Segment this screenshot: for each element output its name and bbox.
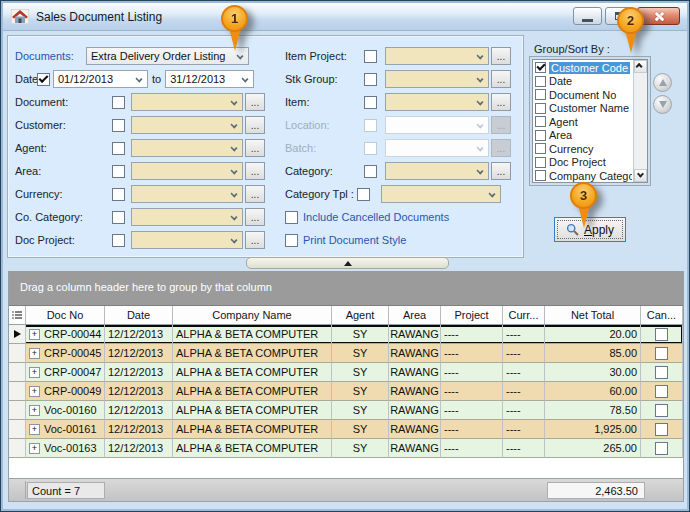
group-sort-item[interactable]: Date [534,75,632,89]
filter-combo[interactable] [131,162,243,180]
table-row[interactable]: +CRP-0004512/12/2013ALPHA & BETA COMPUTE… [9,344,683,363]
browse-button[interactable]: ... [491,93,511,111]
browse-button[interactable]: ... [245,162,265,180]
table-row[interactable]: +Voc-0016012/12/2013ALPHA & BETA COMPUTE… [9,401,683,420]
cancelled-checkbox[interactable] [655,442,668,455]
browse-button[interactable]: ... [245,116,265,134]
column-header[interactable]: Net Total [545,306,641,324]
filter-checkbox[interactable] [364,96,377,109]
group-sort-checkbox[interactable] [535,170,546,181]
column-header[interactable]: Date [105,306,173,324]
browse-button[interactable]: ... [491,116,511,134]
group-sort-item[interactable]: Company Category [534,169,632,183]
group-sort-item[interactable]: Agent [534,115,632,129]
group-sort-item[interactable]: Doc Project [534,156,632,170]
group-sort-checkbox[interactable] [535,143,546,154]
filter-checkbox[interactable] [364,50,377,63]
filter-checkbox[interactable] [112,119,125,132]
filter-combo[interactable] [131,185,243,203]
table-row[interactable]: +CRP-0004912/12/2013ALPHA & BETA COMPUTE… [9,382,683,401]
group-sort-scrollbar[interactable] [633,60,647,182]
group-sort-checkbox[interactable] [535,157,546,168]
date-from-combo[interactable]: 01/12/2013 [53,70,148,88]
include-cancelled-checkbox[interactable] [285,211,298,224]
filter-combo[interactable] [131,93,243,111]
filter-combo[interactable] [385,93,489,111]
browse-button[interactable]: ... [491,162,511,180]
column-header[interactable]: Company Name [173,306,332,324]
cancelled-checkbox[interactable] [655,423,668,436]
filter-combo[interactable] [385,139,489,157]
filter-checkbox[interactable] [112,96,125,109]
minimize-button[interactable] [573,7,602,25]
group-sort-checkbox[interactable] [535,76,546,87]
group-sort-item[interactable]: Customer Name [534,102,632,116]
group-sort-checkbox[interactable] [535,62,546,73]
column-header[interactable]: Project [441,306,503,324]
column-header[interactable]: Agent [332,306,389,324]
column-chooser-icon[interactable] [9,306,26,324]
browse-button[interactable]: ... [245,208,265,226]
expand-row-icon[interactable]: + [29,443,40,454]
filter-combo[interactable] [385,47,489,65]
filter-checkbox[interactable] [112,211,125,224]
filter-combo[interactable] [385,162,489,180]
filter-combo[interactable] [131,116,243,134]
expand-row-icon[interactable]: + [29,424,40,435]
move-down-button[interactable] [653,95,672,114]
group-sort-item[interactable]: Customer Code [534,61,632,75]
table-row[interactable]: +Voc-0016112/12/2013ALPHA & BETA COMPUTE… [9,420,683,439]
group-sort-item[interactable]: Area [534,129,632,143]
group-sort-checkbox[interactable] [535,89,546,100]
table-row[interactable]: +Voc-0016312/12/2013ALPHA & BETA COMPUTE… [9,439,683,458]
expand-row-icon[interactable]: + [29,386,40,397]
group-sort-item[interactable]: Currency [534,142,632,156]
group-sort-item[interactable]: Document No [534,88,632,102]
table-row[interactable]: +CRP-0004412/12/2013ALPHA & BETA COMPUTE… [9,325,683,344]
scroll-down-button[interactable] [634,169,647,182]
expand-row-icon[interactable]: + [29,367,40,378]
column-header[interactable]: Doc No [26,306,105,324]
filter-checkbox[interactable] [364,142,377,155]
filter-checkbox[interactable] [112,165,125,178]
browse-button[interactable]: ... [491,47,511,65]
column-header[interactable]: Can... [641,306,683,324]
category-tpl-combo[interactable] [381,185,501,203]
filter-combo[interactable] [385,70,489,88]
browse-button[interactable]: ... [245,231,265,249]
filter-checkbox[interactable] [112,142,125,155]
browse-button[interactable]: ... [245,93,265,111]
cancelled-checkbox[interactable] [655,347,668,360]
print-document-style-checkbox[interactable] [285,234,298,247]
expand-row-icon[interactable]: + [29,329,40,340]
expand-row-icon[interactable]: + [29,348,40,359]
filter-combo[interactable] [131,208,243,226]
filter-checkbox[interactable] [112,188,125,201]
group-by-dropzone[interactable]: Drag a column header here to group by th… [9,271,683,306]
date-to-combo[interactable]: 31/12/2013 [165,70,254,88]
group-sort-checkbox[interactable] [535,130,546,141]
filter-combo[interactable] [131,139,243,157]
filter-checkbox[interactable] [364,165,377,178]
filter-combo[interactable] [131,231,243,249]
filter-checkbox[interactable] [112,234,125,247]
cancelled-checkbox[interactable] [655,328,668,341]
group-sort-listbox[interactable]: Customer CodeDateDocument NoCustomer Nam… [532,59,648,183]
column-header[interactable]: Curr... [503,306,545,324]
collapse-splitter-button[interactable] [246,257,449,269]
filter-checkbox[interactable] [364,119,377,132]
filter-checkbox[interactable] [364,73,377,86]
cancelled-checkbox[interactable] [655,385,668,398]
cancelled-checkbox[interactable] [655,404,668,417]
column-header[interactable]: Area [389,306,441,324]
expand-row-icon[interactable]: + [29,405,40,416]
filter-combo[interactable] [385,116,489,134]
browse-button[interactable]: ... [245,185,265,203]
scroll-up-button[interactable] [634,60,647,73]
category-tpl-checkbox[interactable] [357,188,370,201]
group-sort-checkbox[interactable] [535,116,546,127]
browse-button[interactable]: ... [245,139,265,157]
group-sort-checkbox[interactable] [535,103,546,114]
table-row[interactable]: +CRP-0004712/12/2013ALPHA & BETA COMPUTE… [9,363,683,382]
browse-button[interactable]: ... [491,70,511,88]
